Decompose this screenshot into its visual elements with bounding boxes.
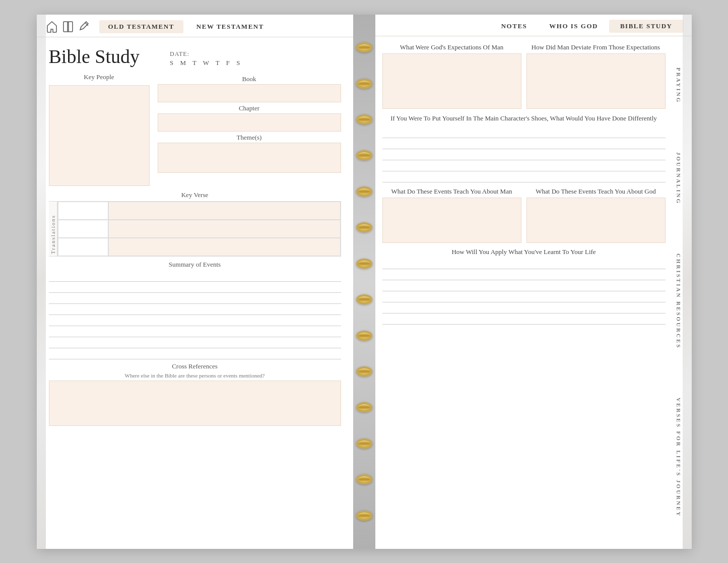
left-content: Bible Study DATE: S M T W T F S Key Peop… xyxy=(37,37,353,549)
ring-14 xyxy=(356,511,372,521)
ring-10 xyxy=(356,366,372,377)
marble-texture-right xyxy=(683,15,692,549)
apply-line-3[interactable] xyxy=(382,280,666,291)
apply-line-2[interactable] xyxy=(382,269,666,280)
journal-line-2[interactable] xyxy=(382,138,666,149)
right-nav-tabs: NOTES WHO IS GOD BIBLE STUDY xyxy=(490,20,684,33)
trans-cell-2a[interactable] xyxy=(58,220,108,238)
apply-line-5[interactable] xyxy=(382,302,666,314)
key-people-box[interactable] xyxy=(49,85,150,186)
god-events-box[interactable] xyxy=(526,198,666,243)
tab-notes[interactable]: NOTES xyxy=(490,20,539,33)
apply-line-1[interactable] xyxy=(382,258,666,269)
summary-line-4[interactable] xyxy=(49,304,341,315)
themes-box[interactable] xyxy=(158,143,341,173)
summary-line-6[interactable] xyxy=(49,326,341,337)
key-people-area: Key People xyxy=(49,73,150,186)
man-events-label: What Do These Events Teach You About Man xyxy=(382,187,521,196)
journal-section: If You Were To Put Yourself In The Main … xyxy=(382,114,666,182)
cross-ref-sub: Where else in the Bible are these person… xyxy=(49,372,341,379)
summary-line-8[interactable] xyxy=(49,348,341,359)
trans-cell-1b[interactable] xyxy=(108,202,341,220)
man-deviate-label: How Did Man Deviate From Those Expectati… xyxy=(526,43,666,51)
left-top-nav: OLD TESTAMENT NEW TESTAMENT xyxy=(37,15,353,37)
cross-ref-section: Cross References Where else in the Bible… xyxy=(49,362,341,426)
events-section: What Do These Events Teach You About Man… xyxy=(382,187,666,243)
journal-line-4[interactable] xyxy=(382,160,666,171)
ring-3 xyxy=(356,114,372,124)
ring-7 xyxy=(356,259,372,269)
trans-cell-3a[interactable] xyxy=(58,238,108,256)
book-box[interactable] xyxy=(158,84,341,102)
apply-lines xyxy=(382,258,666,325)
book-label: Book xyxy=(158,73,341,84)
nav-icons xyxy=(45,20,91,34)
summary-line-7[interactable] xyxy=(49,337,341,348)
tab-old-testament[interactable]: OLD TESTAMENT xyxy=(99,20,183,33)
left-page: OLD TESTAMENT NEW TESTAMENT Bible Study … xyxy=(37,15,353,549)
bible-study-title: Bible Study xyxy=(49,46,140,68)
ring-13 xyxy=(356,474,372,484)
tab-bible-study[interactable]: BIBLE STUDY xyxy=(609,20,684,33)
journal-line-1[interactable] xyxy=(382,127,666,138)
summary-line-3[interactable] xyxy=(49,293,341,304)
themes-label: Theme(s) xyxy=(158,132,341,143)
home-icon[interactable] xyxy=(45,20,59,34)
key-verse-label: Key Verse xyxy=(49,191,341,199)
trans-cell-2b[interactable] xyxy=(108,220,341,238)
pen-icon[interactable] xyxy=(77,20,91,34)
ring-1 xyxy=(356,42,372,52)
tab-who-is-god[interactable]: WHO IS GOD xyxy=(538,20,609,33)
summary-line-1[interactable] xyxy=(49,271,341,282)
expectations-section: What Were God's Expectations Of Man How … xyxy=(382,43,666,109)
journal-question: If You Were To Put Yourself In The Main … xyxy=(382,114,666,123)
apply-label: How Will You Apply What You've Learnt To… xyxy=(382,248,666,256)
svg-rect-0 xyxy=(63,22,68,32)
man-events-box[interactable] xyxy=(382,198,521,243)
notebook: OLD TESTAMENT NEW TESTAMENT Bible Study … xyxy=(37,15,692,549)
date-days: S M T W T F S xyxy=(170,59,243,67)
key-verse-section: Key Verse Translations xyxy=(49,191,341,257)
tab-new-testament[interactable]: NEW TESTAMENT xyxy=(187,20,273,33)
man-deviate-card: How Did Man Deviate From Those Expectati… xyxy=(526,43,666,109)
translations-wrapper: Translations xyxy=(49,201,341,257)
apply-line-4[interactable] xyxy=(382,291,666,302)
book-icon[interactable] xyxy=(61,20,75,34)
trans-cell-1a[interactable] xyxy=(58,202,108,220)
god-events-card: What Do These Events Teach You About God xyxy=(526,187,666,243)
sidebar-label-verses: VERSES FOR LIFE'S JOURNEY xyxy=(676,398,682,517)
translations-label: Translations xyxy=(49,201,57,257)
trans-cell-3b[interactable] xyxy=(108,238,341,256)
journal-lines xyxy=(382,127,666,182)
god-events-label: What Do These Events Teach You About God xyxy=(526,187,666,196)
right-fields: Book Chapter Theme(s) xyxy=(158,73,341,186)
journal-line-5[interactable] xyxy=(382,171,666,182)
journal-line-3[interactable] xyxy=(382,149,666,160)
right-page: NOTES WHO IS GOD BIBLE STUDY What Were G… xyxy=(375,15,692,549)
summary-lines xyxy=(49,271,341,359)
god-expectations-card: What Were God's Expectations Of Man xyxy=(382,43,521,109)
sidebar-label-journaling: JOURNALING xyxy=(676,152,682,205)
sidebar-label-christian-resources: CHRISTIAN RESOURCES xyxy=(676,254,682,349)
right-content: What Were God's Expectations Of Man How … xyxy=(375,36,692,549)
svg-rect-1 xyxy=(69,22,73,32)
ring-12 xyxy=(356,439,372,449)
ring-2 xyxy=(356,79,372,89)
ring-6 xyxy=(356,222,372,232)
date-section: DATE: S M T W T F S xyxy=(170,50,243,67)
cross-ref-box[interactable] xyxy=(49,381,341,426)
chapter-box[interactable] xyxy=(158,113,341,132)
apply-line-6[interactable] xyxy=(382,314,666,325)
cross-ref-label: Cross References xyxy=(49,362,341,370)
ring-8 xyxy=(356,294,372,304)
summary-line-5[interactable] xyxy=(49,315,341,326)
right-top-nav: NOTES WHO IS GOD BIBLE STUDY xyxy=(375,15,692,36)
summary-line-2[interactable] xyxy=(49,282,341,293)
summary-section: Summary of Events xyxy=(49,261,341,359)
ring-5 xyxy=(356,186,372,197)
date-label: DATE: xyxy=(170,50,243,58)
spine xyxy=(353,15,375,549)
god-expectations-box[interactable] xyxy=(382,53,521,109)
key-people-label: Key People xyxy=(49,73,150,81)
man-deviate-box[interactable] xyxy=(526,53,666,109)
